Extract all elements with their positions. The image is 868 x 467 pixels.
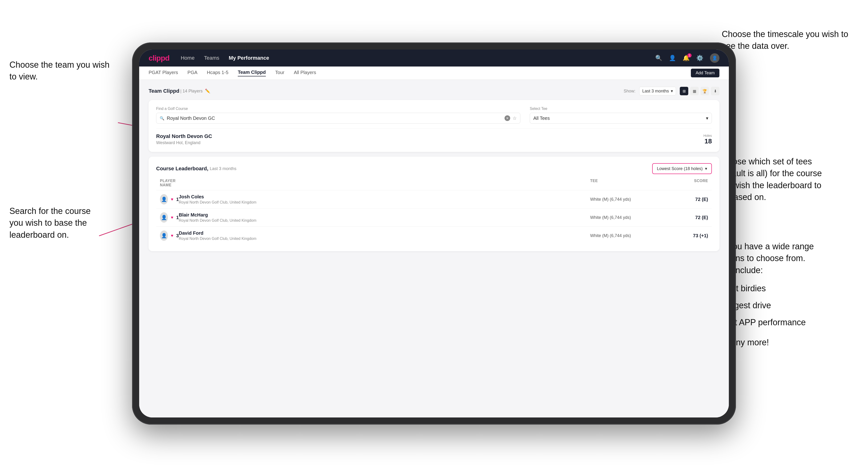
- col-spacer: [179, 179, 590, 187]
- list-view-button[interactable]: ▦: [690, 87, 699, 95]
- player-club-2: Royal North Devon Golf Club, United King…: [179, 218, 590, 223]
- player-club-3: Royal North Devon Golf Club, United King…: [179, 237, 590, 241]
- download-button[interactable]: ⬇: [711, 87, 719, 95]
- player-rank-2: 👤 ♥ 1: [160, 212, 179, 223]
- user-avatar[interactable]: 👤: [710, 53, 719, 63]
- view-icons: ⊞ ▦ 🏆 ⬇: [680, 87, 719, 95]
- leaderboard-title: Course Leaderboard,: [156, 165, 208, 172]
- nav-home[interactable]: Home: [181, 55, 195, 61]
- player-rank-3: 👤 ♥ 3: [160, 230, 179, 241]
- leaderboard-card: Course Leaderboard, Last 3 months Lowest…: [149, 157, 719, 251]
- nav-teams[interactable]: Teams: [204, 55, 219, 61]
- tab-all-players[interactable]: All Players: [294, 70, 316, 76]
- grid-view-button[interactable]: ⊞: [680, 87, 688, 95]
- rank-number-2: 1: [176, 215, 179, 220]
- holes-box: Holes 18: [703, 134, 712, 145]
- annotation-search: Search for the courseyou wish to base th…: [9, 205, 118, 241]
- col-score: SCORE: [661, 179, 708, 187]
- tab-pgat-players[interactable]: PGAT Players: [149, 70, 178, 76]
- show-label: Show:: [624, 89, 636, 94]
- player-name-cell-2: Blair McHarg Royal North Devon Golf Club…: [179, 212, 590, 223]
- settings-icon[interactable]: ⚙️: [696, 55, 703, 61]
- player-avatar-1: 👤: [160, 194, 168, 205]
- search-magnifier-icon: 🔍: [160, 116, 164, 121]
- rank-number-3: 3: [176, 233, 179, 239]
- player-club-1: Royal North Devon Golf Club, United King…: [179, 200, 590, 205]
- holes-label: Holes: [703, 134, 712, 137]
- table-row: 👤 ♥ 1 Josh Coles Royal North Devon Golf …: [156, 190, 712, 208]
- select-tee-label: Select Tee: [530, 106, 712, 111]
- search-icon[interactable]: 🔍: [655, 55, 662, 61]
- search-group: Find a Golf Course 🔍 ✕ ☆: [156, 106, 520, 124]
- tablet-shell: clippd Home Teams My Performance 🔍 👤 🔔1 …: [132, 42, 736, 425]
- tee-select-dropdown[interactable]: All Tees ▾: [530, 113, 712, 124]
- player-name-cell-3: David Ford Royal North Devon Golf Club, …: [179, 230, 590, 241]
- leaderboard-subtitle: Last 3 months: [210, 166, 236, 171]
- edit-team-icon[interactable]: ✏️: [205, 88, 210, 94]
- player-rank-1: 👤 ♥ 1: [160, 194, 179, 205]
- team-count: | 14 Players: [180, 89, 203, 94]
- tee-value-1: White (M) (6,744 yds): [590, 197, 661, 202]
- score-value-1: 72 (E): [661, 197, 708, 202]
- notifications-icon[interactable]: 🔔1: [683, 55, 690, 61]
- tee-chevron-icon: ▾: [706, 115, 708, 121]
- profile-icon[interactable]: 👤: [669, 55, 676, 61]
- table-row: 👤 ♥ 3 David Ford Royal North Devon Golf …: [156, 226, 712, 245]
- course-result: Royal North Devon GC Westward Hol, Engla…: [156, 128, 712, 145]
- nav-icons: 🔍 👤 🔔1 ⚙️ 👤: [655, 53, 719, 63]
- notification-badge: 1: [687, 53, 691, 58]
- add-team-button[interactable]: Add Team: [691, 69, 719, 77]
- find-course-label: Find a Golf Course: [156, 106, 520, 111]
- col-player-name: PLAYER NAME: [160, 179, 179, 187]
- tab-hcaps[interactable]: Hcaps 1-5: [207, 70, 228, 76]
- player-avatar-2: 👤: [160, 212, 168, 223]
- tab-team-clippd[interactable]: Team Clippd: [238, 69, 266, 76]
- course-search-card: Find a Golf Course 🔍 ✕ ☆ Select Tee All …: [149, 100, 719, 152]
- nav-links: Home Teams My Performance: [181, 55, 269, 61]
- player-avatar-3: 👤: [160, 230, 168, 241]
- tee-value-2: White (M) (6,744 yds): [590, 215, 661, 220]
- course-location: Westward Hol, England: [156, 140, 703, 145]
- player-name-2: Blair McHarg: [179, 212, 590, 218]
- holes-value: 18: [703, 137, 712, 145]
- course-search-section: Find a Golf Course 🔍 ✕ ☆ Select Tee All …: [156, 106, 712, 124]
- favorite-player-icon-1[interactable]: ♥: [171, 197, 173, 202]
- tab-bar: PGAT Players PGA Hcaps 1-5 Team Clippd T…: [139, 66, 729, 80]
- annotation-timescale: Choose the timescale you wish to see the…: [722, 28, 859, 52]
- table-row: 👤 ♥ 1 Blair McHarg Royal North Devon Gol…: [156, 208, 712, 226]
- app-logo: clippd: [149, 54, 169, 63]
- tab-tour[interactable]: Tour: [275, 70, 284, 76]
- tee-value-3: White (M) (6,744 yds): [590, 233, 661, 238]
- course-search-input[interactable]: [167, 116, 502, 121]
- trophy-button[interactable]: 🏆: [701, 87, 709, 95]
- tee-group: Select Tee All Tees ▾: [530, 106, 712, 124]
- score-type-chevron-icon: ▾: [705, 166, 707, 171]
- search-input-wrapper: 🔍 ✕ ☆: [156, 113, 520, 124]
- team-title: Team Clippd: [149, 88, 179, 94]
- show-timeframe-dropdown[interactable]: Last 3 months ▾: [639, 87, 676, 95]
- player-name-3: David Ford: [179, 230, 590, 236]
- player-name-cell-1: Josh Coles Royal North Devon Golf Club, …: [179, 194, 590, 205]
- favorite-icon[interactable]: ☆: [513, 115, 517, 121]
- nav-bar: clippd Home Teams My Performance 🔍 👤 🔔1 …: [139, 50, 729, 66]
- player-name-1: Josh Coles: [179, 194, 590, 199]
- col-tee: TEE: [590, 179, 661, 187]
- main-content: Team Clippd | 14 Players ✏️ Show: Last 3…: [139, 80, 729, 417]
- clear-search-button[interactable]: ✕: [504, 115, 510, 121]
- favorite-player-icon-3[interactable]: ♥: [171, 233, 173, 238]
- team-header: Team Clippd | 14 Players ✏️ Show: Last 3…: [149, 87, 719, 95]
- chevron-down-icon: ▾: [671, 88, 673, 94]
- score-value-2: 72 (E): [661, 215, 708, 220]
- annotation-tees: Choose which set of tees(default is all)…: [717, 156, 859, 203]
- score-type-dropdown[interactable]: Lowest Score (18 holes) ▾: [652, 163, 712, 174]
- tab-pga[interactable]: PGA: [187, 70, 197, 76]
- rank-number-1: 1: [176, 197, 179, 202]
- annotation-team-choice: Choose the team you wish to view.: [9, 59, 113, 83]
- tablet-screen: clippd Home Teams My Performance 🔍 👤 🔔1 …: [139, 50, 729, 417]
- favorite-player-icon-2[interactable]: ♥: [171, 215, 173, 220]
- nav-my-performance[interactable]: My Performance: [229, 55, 269, 61]
- leaderboard-header: Course Leaderboard, Last 3 months Lowest…: [156, 163, 712, 174]
- score-value-3: 73 (+1): [661, 233, 708, 239]
- course-name: Royal North Devon GC: [156, 133, 703, 139]
- table-header: PLAYER NAME TEE SCORE: [156, 179, 712, 190]
